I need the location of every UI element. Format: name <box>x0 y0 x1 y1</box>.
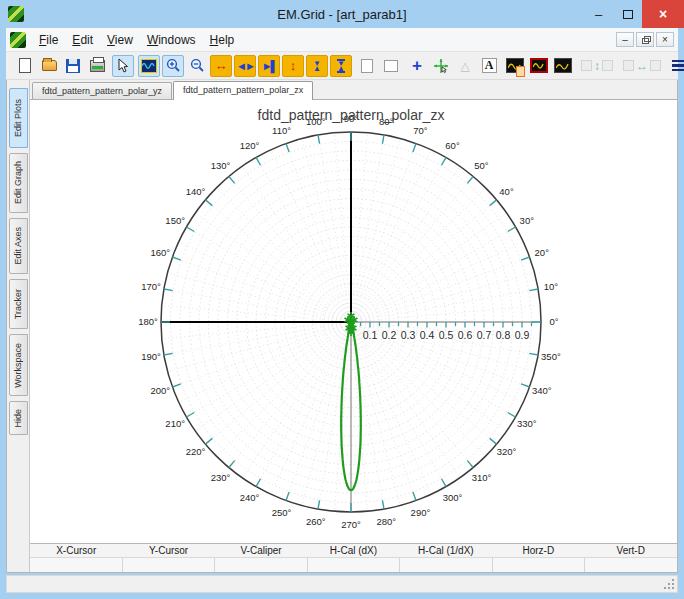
readout-header-v-caliper: V-Caliper <box>215 544 307 557</box>
svg-text:0.7: 0.7 <box>477 329 492 341</box>
sidebar-item-edit-graph[interactable]: Edit Graph <box>9 153 28 213</box>
readout-header-h-cal-dx: H-Cal (dX) <box>307 544 399 557</box>
triangle-icon: △ <box>460 59 469 73</box>
sidebar-item-hide[interactable]: Hide <box>9 401 28 435</box>
tab-polar-zx[interactable]: fdtd_pattern_pattern_polar_zx <box>173 81 313 100</box>
landscape-rect-icon <box>384 60 398 72</box>
svg-text:0.9: 0.9 <box>515 329 530 341</box>
sidebar-item-workspace[interactable]: Workspace <box>9 334 28 396</box>
menu-help[interactable]: Help <box>203 30 242 50</box>
minimize-button[interactable]: – <box>584 0 613 28</box>
arrow-to-wall-icon: ►▌ <box>262 60 277 72</box>
document-area: fdtd_pattern_pattern_polar_yz fdtd_patte… <box>29 80 677 572</box>
plot-style-dark-button[interactable] <box>552 55 574 77</box>
polar-chart: 0.10.20.30.40.50.60.70.80.90°10°20°30°40… <box>30 100 677 543</box>
svg-text:0.1: 0.1 <box>363 329 378 341</box>
maximize-button[interactable] <box>613 0 642 28</box>
zoom-out-button[interactable] <box>186 55 208 77</box>
tab-polar-yz[interactable]: fdtd_pattern_pattern_polar_yz <box>32 82 172 99</box>
menu-view[interactable]: View <box>100 30 140 50</box>
sidebar-item-edit-axes[interactable]: Edit Axes <box>9 218 28 274</box>
plus-icon: + <box>412 56 422 76</box>
copy-plot-button[interactable] <box>504 55 526 77</box>
add-marker-button[interactable]: + <box>406 55 428 77</box>
vertical-inward-arrows-icon: ▼▲ <box>313 61 321 71</box>
new-file-button[interactable] <box>14 55 36 77</box>
clipboard-badge-icon <box>516 66 525 77</box>
svg-text:250°: 250° <box>272 507 292 518</box>
svg-text:0.8: 0.8 <box>496 329 511 341</box>
svg-text:210°: 210° <box>165 418 185 429</box>
readout-value <box>308 558 401 572</box>
mdi-restore-button[interactable] <box>636 32 654 47</box>
svg-text:50°: 50° <box>474 160 489 171</box>
landscape-page-button[interactable] <box>380 55 402 77</box>
vertical-zoom-full-button[interactable]: ↕ <box>282 55 304 77</box>
box-icon <box>650 60 661 71</box>
zoom-in-icon <box>166 58 181 73</box>
horizontal-pan-right-button[interactable]: ►▌ <box>258 55 280 77</box>
svg-text:0.3: 0.3 <box>401 329 416 341</box>
close-button[interactable]: × <box>642 0 684 28</box>
horizontal-distribute-group: ↔ <box>620 55 664 77</box>
tracker-axes-icon <box>433 58 449 74</box>
document-tab-bar: fdtd_pattern_pattern_polar_yz fdtd_patte… <box>30 80 677 100</box>
open-folder-icon <box>42 60 57 71</box>
red-framed-chart-icon <box>530 58 548 73</box>
svg-text:10°: 10° <box>544 281 559 292</box>
svg-text:0.2: 0.2 <box>382 329 397 341</box>
text-annotation-button[interactable]: A <box>478 55 500 77</box>
vertical-arrows-icon: ↕ <box>290 58 297 73</box>
svg-text:330°: 330° <box>517 418 537 429</box>
cursor-arrow-icon <box>117 58 129 73</box>
sidebar-item-tracker[interactable]: Tracker <box>9 279 28 329</box>
box-icon <box>602 60 613 71</box>
svg-text:20°: 20° <box>535 247 550 258</box>
vertical-pan-bottom-button[interactable]: ▼▲ <box>330 55 352 77</box>
window-title: EM.Grid - [art_parab1] <box>0 7 684 22</box>
vertical-green-arrows-icon: ↕ <box>594 59 600 73</box>
layout-dropdown-button[interactable]: Layout ▼ <box>666 57 684 75</box>
vertical-zoom-in-button[interactable]: ▼▲ <box>306 55 328 77</box>
box-icon <box>623 60 634 71</box>
svg-text:260°: 260° <box>306 516 326 527</box>
svg-text:0.4: 0.4 <box>420 329 435 341</box>
polar-plot-canvas[interactable]: 0.10.20.30.40.50.60.70.80.90°10°20°30°40… <box>30 100 677 543</box>
sidebar-label: Edit Graph <box>13 161 23 204</box>
document-logo-icon <box>10 32 26 48</box>
mdi-minimize-button[interactable]: – <box>616 32 634 47</box>
title-bar: EM.Grid - [art_parab1] – × <box>0 0 684 28</box>
sidebar-label: Edit Plots <box>13 99 23 137</box>
select-tool-button[interactable] <box>112 55 134 77</box>
menu-edit[interactable]: Edit <box>65 30 100 50</box>
print-button[interactable] <box>86 55 108 77</box>
svg-text:270°: 270° <box>341 519 361 530</box>
mdi-client-area: Edit Plots Edit Graph Edit Axes Tracker … <box>6 80 678 573</box>
svg-text:60°: 60° <box>445 140 460 151</box>
menu-windows[interactable]: Windows <box>140 30 203 50</box>
restore-icon <box>644 36 651 42</box>
zoom-out-icon <box>190 58 205 73</box>
zoom-plot-tool-button[interactable] <box>138 55 160 77</box>
horizontal-zoom-full-button[interactable]: ↔ <box>210 55 232 77</box>
plot-style-red-button[interactable] <box>528 55 550 77</box>
readout-header-y-cursor: Y-Cursor <box>122 544 214 557</box>
readout-header-h-cal-1dx: H-Cal (1/dX) <box>400 544 492 557</box>
sidebar-label: Tracker <box>13 289 23 319</box>
svg-text:280°: 280° <box>376 516 396 527</box>
zoom-in-button[interactable] <box>162 55 184 77</box>
arrows-to-walls-icon: ▼▲ <box>337 59 345 73</box>
portrait-page-button[interactable] <box>356 55 378 77</box>
tracker-tool-button[interactable] <box>430 55 452 77</box>
menu-file[interactable]: File <box>32 30 65 50</box>
open-file-button[interactable] <box>38 55 60 77</box>
sidebar-item-edit-plots[interactable]: Edit Plots <box>9 88 28 148</box>
horizontal-zoom-in-button[interactable]: ◄► <box>234 55 256 77</box>
layout-icon <box>672 60 684 71</box>
mdi-close-button[interactable]: × <box>656 32 674 47</box>
menu-bar: File Edit View Windows Help – × <box>6 28 678 52</box>
svg-text:230°: 230° <box>211 472 231 483</box>
readout-value <box>215 558 308 572</box>
save-button[interactable] <box>62 55 84 77</box>
resize-grip[interactable] <box>664 579 676 591</box>
